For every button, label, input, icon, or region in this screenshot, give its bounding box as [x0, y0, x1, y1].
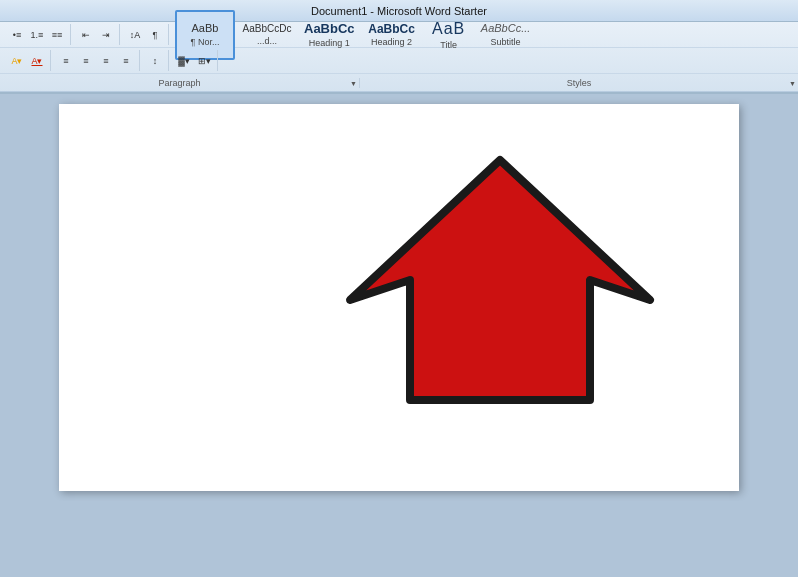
style-no-spacing-preview: AaBbCcDc [243, 23, 292, 35]
style-heading2-label: Heading 2 [371, 37, 412, 47]
spacing-group: ↕ [142, 50, 169, 71]
style-heading1-preview: AaBbCc [304, 21, 355, 37]
align-group: ≡ ≡ ≡ ≡ [53, 50, 140, 71]
style-subtitle[interactable]: AaBbCc... Subtitle [476, 10, 536, 60]
decrease-indent-btn[interactable]: ⇤ [77, 27, 95, 43]
multilevel-btn[interactable]: ≡≡ [48, 27, 66, 43]
style-heading2[interactable]: AaBbCc Heading 2 [362, 10, 422, 60]
styles-section-label: Styles [567, 78, 592, 88]
line-spacing-btn[interactable]: ↕ [146, 53, 164, 69]
style-normal-label: ¶ Nor... [191, 37, 220, 47]
align-left-btn[interactable]: ≡ [57, 53, 75, 69]
ribbon: •≡ 1.≡ ≡≡ ⇤ ⇥ ↕A ¶ AaBb ¶ Nor... AaBbCcD… [0, 22, 798, 94]
indent-group: ⇤ ⇥ [73, 24, 120, 45]
align-right-btn[interactable]: ≡ [97, 53, 115, 69]
align-justify-btn[interactable]: ≡ [117, 53, 135, 69]
bullets-btn[interactable]: •≡ [8, 27, 26, 43]
font-color-group: A▾ A▾ [4, 50, 51, 71]
styles-group: AaBb ¶ Nor... AaBbCcDc ...d... AaBbCc He… [171, 10, 794, 60]
style-title-preview: AaB [432, 19, 465, 38]
shading-group: ▓▾ ⊞▾ [171, 50, 218, 71]
bullets-group: •≡ 1.≡ ≡≡ [4, 24, 71, 45]
font-highlight-btn[interactable]: A▾ [8, 53, 26, 69]
font-color-btn[interactable]: A▾ [28, 53, 46, 69]
format-group: ↕A ¶ [122, 24, 169, 45]
style-heading2-preview: AaBbCc [368, 22, 415, 36]
style-heading1[interactable]: AaBbCc Heading 1 [299, 10, 360, 60]
style-no-spacing[interactable]: AaBbCcDc ...d... [237, 10, 297, 60]
borders-btn[interactable]: ⊞▾ [195, 53, 213, 69]
style-subtitle-preview: AaBbCc... [481, 22, 531, 35]
style-subtitle-label: Subtitle [491, 37, 521, 47]
style-normal-preview: AaBb [192, 22, 219, 35]
show-hide-btn[interactable]: ¶ [146, 27, 164, 43]
style-title[interactable]: AaB Title [424, 10, 474, 60]
increase-indent-btn[interactable]: ⇥ [97, 27, 115, 43]
document-area [0, 94, 798, 501]
sort-btn[interactable]: ↕A [126, 27, 144, 43]
style-no-spacing-label: ...d... [257, 36, 277, 46]
style-heading1-label: Heading 1 [309, 38, 350, 48]
paragraph-section-label: Paragraph [158, 78, 200, 88]
document-page[interactable] [59, 104, 739, 491]
paragraph-expand-btn[interactable]: ▼ [350, 80, 357, 87]
styles-expand-btn[interactable]: ▼ [789, 80, 796, 87]
numbering-btn[interactable]: 1.≡ [28, 27, 46, 43]
shading-btn[interactable]: ▓▾ [175, 53, 193, 69]
align-center-btn[interactable]: ≡ [77, 53, 95, 69]
style-title-label: Title [440, 40, 457, 50]
